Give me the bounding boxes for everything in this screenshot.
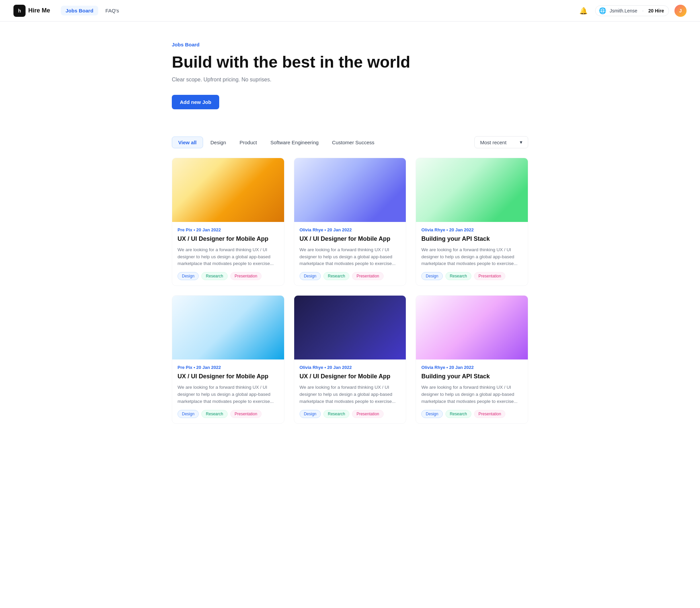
nav-right: 🔔 🌐 Jsmith.Lense - 20 Hire J: [577, 5, 686, 17]
tag-design: Design: [177, 410, 199, 418]
card-description: We are looking for a forward thinking UX…: [421, 247, 523, 268]
job-card[interactable]: Pre Pix • 20 Jan 2022 UX / UI Designer f…: [172, 158, 285, 286]
card-title: Building your API Stack: [421, 235, 523, 243]
navbar: h Hire Me Jobs Board FAQ's 🔔 🌐 Jsmith.Le…: [0, 0, 700, 21]
job-card[interactable]: Olivia Rhye • 20 Jan 2022 Building your …: [415, 295, 528, 423]
globe-icon: 🌐: [599, 7, 606, 15]
card-image: [294, 158, 406, 222]
hero-subtitle: Clear scope. Upfront pricing. No suprise…: [172, 77, 528, 83]
card-description: We are looking for a forward thinking UX…: [299, 384, 401, 405]
sort-label: Most recent: [480, 139, 506, 145]
card-meta: Olivia Rhye • 20 Jan 2022: [299, 227, 401, 232]
filter-tab-customer-success[interactable]: Customer Success: [326, 137, 381, 148]
tag-research: Research: [201, 272, 227, 280]
card-title: UX / UI Designer for Mobile App: [177, 373, 279, 380]
tag-research: Research: [446, 410, 471, 418]
card-meta: Pre Pix • 20 Jan 2022: [177, 227, 279, 232]
tag-research: Research: [201, 410, 227, 418]
card-description: We are looking for a forward thinking UX…: [299, 247, 401, 268]
card-tags: DesignResearchPresentation: [421, 272, 523, 280]
hero-section: Jobs Board Build with the best in the wo…: [158, 21, 542, 123]
card-image: [172, 158, 284, 222]
tag-design: Design: [299, 410, 321, 418]
card-image: [416, 296, 528, 360]
jobs-grid: Pre Pix • 20 Jan 2022 UX / UI Designer f…: [158, 158, 542, 437]
job-card[interactable]: Olivia Rhye • 20 Jan 2022 UX / UI Design…: [294, 158, 407, 286]
avatar[interactable]: J: [675, 5, 686, 17]
divider: -: [642, 8, 644, 14]
card-meta: Olivia Rhye • 20 Jan 2022: [421, 365, 523, 370]
logo-icon: h: [14, 5, 25, 17]
tag-research: Research: [446, 272, 471, 280]
chevron-down-icon: ▾: [520, 139, 523, 145]
card-meta: Pre Pix • 20 Jan 2022: [177, 365, 279, 370]
tag-presentation: Presentation: [230, 272, 261, 280]
user-pill[interactable]: 🌐 Jsmith.Lense - 20 Hire: [595, 5, 669, 16]
card-body: Olivia Rhye • 20 Jan 2022 Building your …: [416, 222, 528, 285]
tag-presentation: Presentation: [474, 272, 505, 280]
nav-jobs-board[interactable]: Jobs Board: [61, 6, 98, 16]
username: Jsmith.Lense: [609, 8, 637, 14]
hero-title: Build with the best in the world: [172, 53, 528, 71]
card-description: We are looking for a forward thinking UX…: [177, 384, 279, 405]
card-image: [416, 158, 528, 222]
tag-design: Design: [177, 272, 199, 280]
filter-tabs: View all Design Product Software Enginee…: [172, 136, 474, 148]
card-body: Olivia Rhye • 20 Jan 2022 Building your …: [416, 360, 528, 423]
hero-label: Jobs Board: [172, 42, 528, 48]
avatar-image: J: [675, 5, 686, 17]
tag-research: Research: [324, 272, 349, 280]
card-meta: Olivia Rhye • 20 Jan 2022: [299, 365, 401, 370]
card-tags: DesignResearchPresentation: [177, 272, 279, 280]
job-card[interactable]: Pre Pix • 20 Jan 2022 UX / UI Designer f…: [172, 295, 285, 423]
card-body: Olivia Rhye • 20 Jan 2022 UX / UI Design…: [294, 360, 406, 423]
logo-text: Hire Me: [28, 7, 50, 14]
card-tags: DesignResearchPresentation: [421, 410, 523, 418]
tag-presentation: Presentation: [352, 272, 383, 280]
filter-tab-design[interactable]: Design: [205, 137, 232, 148]
card-body: Pre Pix • 20 Jan 2022 UX / UI Designer f…: [172, 360, 284, 423]
job-card[interactable]: Olivia Rhye • 20 Jan 2022 Building your …: [415, 158, 528, 286]
nav-links: Jobs Board FAQ's: [61, 6, 577, 16]
tag-presentation: Presentation: [474, 410, 505, 418]
card-title: Building your API Stack: [421, 373, 523, 380]
card-title: UX / UI Designer for Mobile App: [299, 235, 401, 243]
add-job-button[interactable]: Add new Job: [172, 95, 219, 109]
filter-tab-software-engineering[interactable]: Software Engineering: [264, 137, 325, 148]
tag-design: Design: [421, 410, 443, 418]
tag-presentation: Presentation: [352, 410, 383, 418]
tag-design: Design: [299, 272, 321, 280]
logo[interactable]: h Hire Me: [14, 5, 50, 17]
filter-tab-product[interactable]: Product: [233, 137, 263, 148]
card-image: [294, 296, 406, 360]
nav-faqs[interactable]: FAQ's: [101, 6, 124, 16]
card-meta: Olivia Rhye • 20 Jan 2022: [421, 227, 523, 232]
card-tags: DesignResearchPresentation: [177, 410, 279, 418]
card-body: Pre Pix • 20 Jan 2022 UX / UI Designer f…: [172, 222, 284, 285]
hire-count: 20 Hire: [648, 8, 664, 14]
card-tags: DesignResearchPresentation: [299, 410, 401, 418]
card-description: We are looking for a forward thinking UX…: [421, 384, 523, 405]
filters-bar: View all Design Product Software Enginee…: [158, 136, 542, 148]
card-title: UX / UI Designer for Mobile App: [177, 235, 279, 243]
card-description: We are looking for a forward thinking UX…: [177, 247, 279, 268]
notifications-button[interactable]: 🔔: [577, 5, 590, 17]
sort-dropdown[interactable]: Most recent ▾: [474, 136, 528, 148]
card-body: Olivia Rhye • 20 Jan 2022 UX / UI Design…: [294, 222, 406, 285]
card-tags: DesignResearchPresentation: [299, 272, 401, 280]
tag-design: Design: [421, 272, 443, 280]
tag-research: Research: [324, 410, 349, 418]
card-title: UX / UI Designer for Mobile App: [299, 373, 401, 380]
job-card[interactable]: Olivia Rhye • 20 Jan 2022 UX / UI Design…: [294, 295, 407, 423]
tag-presentation: Presentation: [230, 410, 261, 418]
card-image: [172, 296, 284, 360]
filter-tab-viewall[interactable]: View all: [172, 136, 203, 148]
